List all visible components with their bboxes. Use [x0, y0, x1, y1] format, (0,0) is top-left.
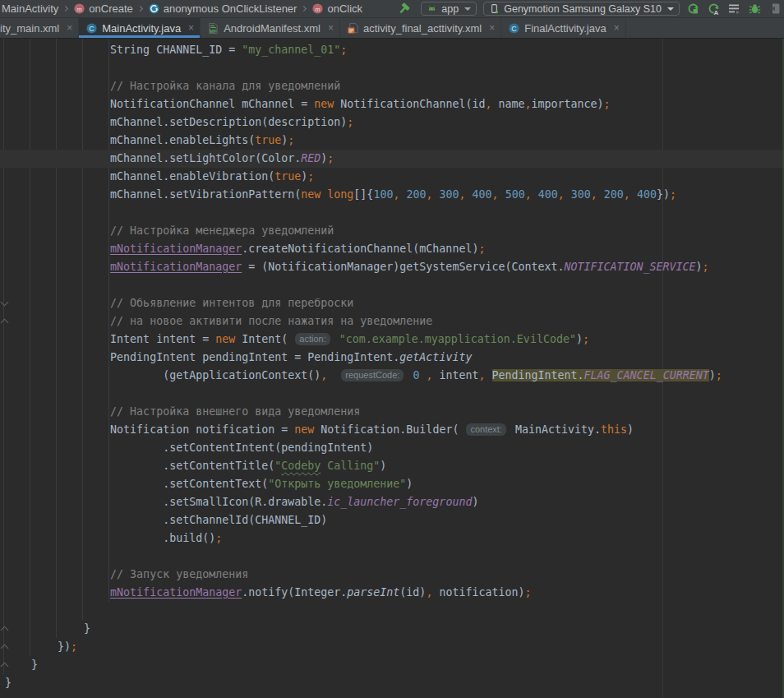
code-token: ) [472, 496, 478, 508]
close-icon[interactable]: × [67, 23, 72, 33]
ide-window: MainActivity m onCreate anonymous OnClic… [0, 0, 784, 698]
rerun-icon[interactable] [686, 2, 700, 16]
code-token: ; [583, 333, 589, 345]
code-token [333, 333, 339, 345]
code-token: 300 [571, 188, 591, 201]
code-line: mChannel.setDescription(description); [0, 113, 784, 132]
code-token: RED [301, 152, 321, 164]
code-token: new [294, 423, 314, 436]
code-line: // Обьявление интентов для переброски [0, 294, 784, 312]
code-token: ) [696, 261, 703, 273]
code-line: .setContentIntent(pendingIntent) [0, 439, 784, 457]
code-token: }) [657, 188, 670, 201]
svg-text:C: C [511, 24, 517, 32]
layout-xml-icon [347, 22, 359, 35]
code-token: PendingIntent. [492, 369, 584, 381]
navigation-bar: MainActivity m onCreate anonymous OnClic… [0, 0, 784, 18]
code-token: // Запуск уведомления [110, 568, 248, 580]
run-toolbar: app Genymotion Samsung Galaxy S10 A [397, 2, 784, 16]
svg-text:m: m [77, 5, 83, 13]
method-icon: m [311, 2, 324, 15]
close-icon[interactable]: × [188, 23, 194, 33]
code-token: NotificationChannel(id [334, 98, 485, 110]
code-token: , [624, 188, 630, 201]
code-line [0, 59, 784, 77]
code-token: ) [380, 460, 386, 472]
svg-text:m: m [316, 5, 321, 13]
code-token: = (NotificationManager)getSystemService(… [242, 261, 564, 273]
code-token: ; [307, 170, 314, 183]
code-line: .setSmallIcon(R.drawable.ic_launcher_for… [0, 493, 784, 511]
code-token: , [492, 188, 499, 201]
code-line: .setChannelId(CHANNEL_ID) [0, 511, 784, 529]
code-token [485, 369, 491, 381]
tab-label: FinalActtivity.java [524, 22, 606, 35]
run-tasks-icon[interactable] [727, 2, 741, 16]
code-token: intent [432, 369, 478, 381]
java-class-icon: C [508, 22, 520, 35]
code-token: ; [604, 98, 611, 110]
code-token: FLAG_CANCEL_CURRENT [584, 369, 709, 381]
tab-label: activity_final_acttivity.xml [363, 22, 482, 35]
code-token: new [301, 188, 321, 201]
build-hammer-icon[interactable] [397, 2, 411, 16]
tab-finalacttivity-java[interactable]: C FinalActtivity.java × [501, 18, 625, 38]
code-token: mChannel.enableLights( [110, 134, 255, 146]
breadcrumb-item-class[interactable]: MainActivity [2, 2, 58, 15]
code-token: // Настройка менеджера уведомлений [110, 224, 334, 237]
code-token: ; [215, 532, 222, 544]
close-icon[interactable]: × [614, 23, 620, 33]
tab-activity-final-acttivity-xml[interactable]: activity_final_acttivity.xml × [340, 18, 501, 38]
code-token: Notification notification = [110, 423, 294, 436]
tab-androidmanifest-xml[interactable]: MF AndroidManifest.xml × [201, 18, 340, 38]
code-line: } [0, 620, 784, 638]
chevron-down-icon [464, 7, 471, 11]
code-line: mChannel.enableLights(true); [0, 132, 784, 150]
device-selector[interactable]: Genymotion Samsung Galaxy S10 [483, 2, 680, 16]
parameter-hint: context: [466, 423, 506, 436]
phone-icon [489, 3, 500, 14]
code-editor[interactable]: String CHANNEL_ID = "my_channel_01"; // … [0, 39, 784, 698]
code-token: NOTIFICATION_SERVICE [564, 261, 695, 273]
code-token: mNotificationManager [110, 586, 242, 599]
close-icon[interactable]: × [489, 23, 495, 33]
code-line: NotificationChannel mChannel = new Notif… [0, 95, 784, 113]
tab-mainactivity-java[interactable]: C MainActivity.java × [79, 18, 201, 38]
debug-icon[interactable] [748, 2, 762, 16]
apply-code-changes-icon[interactable]: A [707, 2, 721, 16]
run-config-selector[interactable]: app [421, 2, 477, 16]
code-token: 200 [406, 188, 426, 201]
close-icon[interactable]: × [328, 23, 334, 33]
code-token: .notify(Integer. [242, 586, 347, 599]
code-token [499, 188, 505, 201]
code-token: (getApplicationContext() [163, 369, 321, 381]
code-token: ; [347, 116, 353, 128]
breadcrumb: MainActivity m onCreate anonymous OnClic… [0, 0, 362, 18]
code-token: ; [524, 586, 531, 599]
editor-tab-bar: ity_main.xml × C MainActivity.java × MF … [0, 18, 784, 39]
tab-activity-main-xml[interactable]: ity_main.xml × [0, 18, 79, 38]
code-token: mNotificationManager [110, 243, 242, 255]
code-token [565, 188, 571, 201]
breadcrumb-item-method[interactable]: m onClick [311, 2, 362, 15]
code-token: // на новое активити после нажатия на ув… [110, 315, 432, 327]
device-selector-label: Genymotion Samsung Galaxy S10 [504, 3, 662, 15]
code-token [327, 369, 340, 381]
code-token: ic_launcher_foreground [327, 496, 472, 508]
code-line: .setContentTitle("Codeby Calling") [0, 457, 784, 475]
code-token: "com.example.myapplication.EvilCode" [339, 333, 576, 345]
breadcrumb-item-anonymous-class[interactable]: anonymous OnClickListener [148, 2, 297, 15]
attach-debugger-icon[interactable] [768, 2, 782, 16]
caret-line-highlight: mChannel.setLightColor(Color.RED); [0, 150, 784, 168]
breadcrumb-item-method[interactable]: m onCreate [73, 2, 132, 15]
code-token: ; [71, 640, 77, 653]
chevron-right-icon [62, 6, 68, 12]
manifest-icon: MF [207, 22, 219, 35]
code-line: // Запуск уведомления [0, 566, 784, 584]
code-token: true [274, 170, 301, 183]
parameter-hint: requestCode: [341, 369, 404, 381]
code-token: } [84, 622, 90, 635]
code-token: ; [340, 44, 347, 56]
code-token: mChannel.setDescription(description) [110, 116, 347, 128]
code-token: this [601, 423, 627, 436]
